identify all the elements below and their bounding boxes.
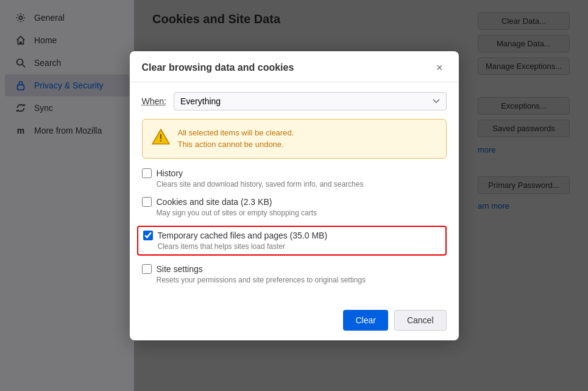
modal-overlay: Clear browsing data and cookies × When: … <box>0 0 588 391</box>
cookies-checkbox-item: Cookies and site data (2.3 KB) May sign … <box>142 197 447 217</box>
dialog-body: When: Everything Today Last 4 hours Last… <box>130 82 459 303</box>
cookies-label[interactable]: Cookies and site data (2.3 KB) <box>157 197 272 207</box>
site-settings-desc: Resets your permissions and site prefere… <box>157 276 447 284</box>
dialog-header: Clear browsing data and cookies × <box>130 51 459 82</box>
history-checkbox-item: History Clears site and download history… <box>142 168 447 188</box>
when-select[interactable]: Everything Today Last 4 hours Last 2 hou… <box>174 92 447 110</box>
site-settings-checkbox[interactable] <box>142 264 152 274</box>
dialog-close-button[interactable]: × <box>433 61 447 74</box>
warning-icon: ! <box>151 127 171 146</box>
warning-line2: This action cannot be undone. <box>178 138 294 151</box>
cancel-button[interactable]: Cancel <box>394 310 447 331</box>
when-row: When: Everything Today Last 4 hours Last… <box>142 92 447 110</box>
clear-browsing-dialog: Clear browsing data and cookies × When: … <box>130 51 459 340</box>
warning-line1: All selected items will be cleared. <box>178 127 294 139</box>
site-settings-checkbox-item: Site settings Resets your permissions an… <box>142 264 447 284</box>
clear-button[interactable]: Clear <box>343 310 388 331</box>
site-settings-checkbox-row: Site settings <box>142 264 447 274</box>
history-label[interactable]: History <box>157 168 183 178</box>
warning-text: All selected items will be cleared. This… <box>178 127 294 151</box>
cookies-desc: May sign you out of sites or empty shopp… <box>157 209 447 217</box>
dialog-title: Clear browsing data and cookies <box>142 62 294 73</box>
history-checkbox-row: History <box>142 168 447 178</box>
when-label: When: <box>142 96 166 106</box>
site-settings-label[interactable]: Site settings <box>157 264 203 274</box>
history-checkbox[interactable] <box>142 168 152 178</box>
cache-checkbox[interactable] <box>143 231 153 240</box>
cache-checkbox-row: Temporary cached files and pages (35.0 M… <box>143 231 441 240</box>
warning-box: ! All selected items will be cleared. Th… <box>142 119 447 159</box>
cache-checkbox-item: Temporary cached files and pages (35.0 M… <box>137 226 447 256</box>
cookies-checkbox-row: Cookies and site data (2.3 KB) <box>142 197 447 207</box>
history-desc: Clears site and download history, saved … <box>157 180 447 188</box>
svg-text:!: ! <box>159 133 162 143</box>
cache-label[interactable]: Temporary cached files and pages (35.0 M… <box>158 231 328 240</box>
cookies-checkbox[interactable] <box>142 197 152 207</box>
cache-desc: Clears items that helps sites load faste… <box>158 242 441 251</box>
dialog-footer: Clear Cancel <box>130 303 459 340</box>
